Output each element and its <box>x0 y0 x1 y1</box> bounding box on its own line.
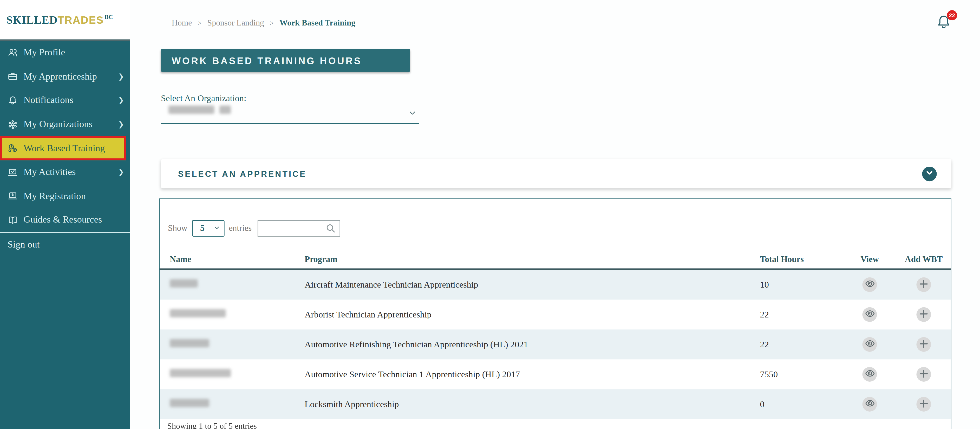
sidebar-item-my-apprenticeship[interactable]: My Apprenticeship ❯ <box>0 65 130 89</box>
chevron-right-icon: ❯ <box>118 96 124 105</box>
program-cell: Automotive Refinishing Technician Appren… <box>305 339 760 349</box>
column-header-name[interactable]: Name <box>160 254 305 264</box>
laptop-check-icon <box>8 167 18 177</box>
add-wbt-button[interactable] <box>916 397 931 411</box>
breadcrumb: Home > Sponsor Landing > Work Based Trai… <box>172 18 356 28</box>
table-summary: Showing 1 to 5 of 5 entries <box>167 421 257 429</box>
name-redacted <box>170 369 231 377</box>
sidebar-item-notifications[interactable]: Notifications ❯ <box>0 89 130 113</box>
breadcrumb-sponsor-landing[interactable]: Sponsor Landing <box>207 18 264 28</box>
brand-logo[interactable]: SKILLEDTRADESBC <box>0 0 130 40</box>
column-header-view[interactable]: View <box>843 254 897 264</box>
apprentice-name-cell <box>160 369 305 380</box>
apprentice-name-cell <box>160 339 305 350</box>
book-icon <box>8 215 18 225</box>
sidebar-item-my-organizations[interactable]: My Organizations ❯ <box>0 112 130 136</box>
sidebar-nav: My Profile My Apprenticeship ❯ Notificat… <box>0 40 130 429</box>
bell-icon <box>8 96 18 105</box>
view-button[interactable] <box>862 307 877 322</box>
sidebar-item-label: My Activities <box>24 167 76 178</box>
sidebar-item-my-registration[interactable]: My Registration <box>0 184 130 208</box>
eye-icon <box>865 398 875 410</box>
app-root: SKILLEDTRADESBC My Profile My Apprentice… <box>0 0 980 429</box>
sidebar-item-label: My Registration <box>24 191 86 202</box>
eye-icon <box>865 279 875 291</box>
sidebar-item-my-activities[interactable]: My Activities ❯ <box>0 160 130 184</box>
sign-out-label: Sign out <box>8 239 40 250</box>
sidebar-item-my-profile[interactable]: My Profile <box>0 41 130 65</box>
sidebar-item-label: My Apprenticeship <box>24 71 97 82</box>
eye-icon <box>865 338 875 351</box>
sidebar-item-work-based-training[interactable]: Work Based Training <box>0 136 126 160</box>
briefcase-icon <box>8 72 18 81</box>
column-header-program[interactable]: Program <box>305 254 760 264</box>
sidebar-item-label: My Profile <box>24 47 65 58</box>
chevron-right-icon: ❯ <box>118 168 124 177</box>
program-cell: Locksmith Apprenticeship <box>305 399 760 409</box>
view-button[interactable] <box>862 397 877 411</box>
logo-primary: SKILLED <box>6 13 57 26</box>
view-button[interactable] <box>862 277 877 292</box>
sidebar-item-label: Work Based Training <box>24 143 105 154</box>
chevron-right-icon: ❯ <box>118 120 124 129</box>
view-button[interactable] <box>862 337 877 352</box>
plus-icon <box>920 399 928 409</box>
select-apprentice-panel[interactable]: SELECT AN APPRENTICE <box>161 159 951 188</box>
view-button[interactable] <box>862 367 877 382</box>
logo-secondary: TRADES <box>58 14 104 25</box>
breadcrumb-separator: > <box>197 19 202 27</box>
organization-select[interactable] <box>161 102 419 124</box>
plus-icon <box>920 339 928 349</box>
name-redacted <box>170 339 209 348</box>
sidebar-item-guides-resources[interactable]: Guides & Resources <box>0 208 130 232</box>
sidebar: SKILLEDTRADESBC My Profile My Apprentice… <box>0 0 130 429</box>
organization-value-redacted <box>169 105 214 114</box>
apprentice-name-cell <box>160 309 305 320</box>
column-header-total-hours[interactable]: Total Hours <box>760 254 843 264</box>
plus-icon <box>920 369 928 380</box>
total-hours-cell: 0 <box>760 399 843 409</box>
add-wbt-button[interactable] <box>916 337 931 352</box>
plus-icon <box>920 309 928 319</box>
total-hours-cell: 10 <box>760 279 843 290</box>
add-wbt-button[interactable] <box>916 367 931 382</box>
eye-icon <box>865 368 875 380</box>
program-cell: Automotive Service Technician 1 Apprenti… <box>305 369 760 380</box>
chevron-down-icon <box>926 169 934 179</box>
entries-label: entries <box>229 223 251 233</box>
page-size-select[interactable]: 5 <box>192 220 224 237</box>
chevron-down-icon <box>213 223 220 233</box>
table-row: Arborist Technician Apprenticeship 22 <box>160 300 951 329</box>
breadcrumb-current: Work Based Training <box>280 18 355 28</box>
breadcrumb-home[interactable]: Home <box>172 18 192 28</box>
total-hours-cell: 7550 <box>760 369 843 380</box>
add-wbt-button[interactable] <box>916 277 931 292</box>
brand-logo-text: SKILLEDTRADESBC <box>6 13 113 26</box>
table-body: Aircraft Maintenance Technician Apprenti… <box>160 270 951 419</box>
sidebar-item-label: Notifications <box>24 95 73 106</box>
sidebar-item-label: My Organizations <box>24 119 92 130</box>
name-redacted <box>170 309 226 317</box>
apprentice-table-card: Show 5 entries Name Program Total Hours … <box>159 198 951 429</box>
apprentice-name-cell <box>160 279 305 290</box>
search-input[interactable] <box>258 221 325 236</box>
search-icon <box>326 223 337 233</box>
notifications-button[interactable]: 22 <box>935 14 956 33</box>
table-row: Locksmith Apprenticeship 0 <box>160 389 951 419</box>
sign-out-button[interactable]: Sign out <box>0 233 130 257</box>
laptop-download-icon <box>8 191 18 201</box>
organization-value-redacted <box>220 105 231 114</box>
breadcrumb-separator: > <box>270 19 274 27</box>
network-icon <box>8 120 18 129</box>
page-title-banner: WORK BASED TRAINING HOURS <box>161 49 410 72</box>
table-row: Automotive Refinishing Technician Appren… <box>160 329 951 359</box>
collapse-toggle-button[interactable] <box>922 166 937 181</box>
users-icon <box>8 48 18 58</box>
select-apprentice-title: SELECT AN APPRENTICE <box>178 169 307 179</box>
table-search <box>258 220 340 237</box>
add-wbt-button[interactable] <box>916 307 931 322</box>
logo-superscript: BC <box>105 14 113 20</box>
page-size-control: Show 5 entries <box>168 220 251 237</box>
program-cell: Arborist Technician Apprenticeship <box>305 309 760 319</box>
column-header-add-wbt[interactable]: Add WBT <box>897 254 951 264</box>
